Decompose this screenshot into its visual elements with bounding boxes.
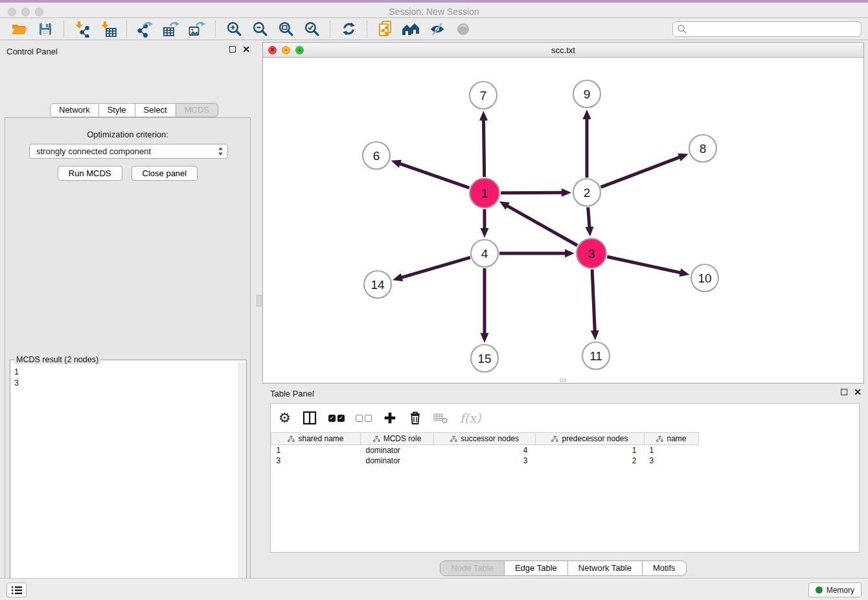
tab-edge-table[interactable]: Edge Table [505,560,568,576]
zoom-selected-icon [304,21,320,37]
graph-edge-2-8[interactable] [601,157,681,187]
graph-edge-1-2[interactable] [501,192,563,193]
column-sort-icon [288,435,295,443]
tab-network[interactable]: Network [50,103,99,117]
edge-arrowhead [391,160,402,168]
mcds-result-text[interactable]: 1 3 [10,364,238,600]
graph-edge-2-3[interactable] [588,207,589,228]
graph-edge-4-14[interactable] [401,257,470,277]
tab-node-table[interactable]: Node Table [440,560,505,576]
select-all-rows-button[interactable]: ✓ ✓ [328,415,345,422]
table-header-row: shared nameMCDS rolesuccessor nodesprede… [271,433,699,445]
column-header-MCDS-role[interactable]: MCDS role [361,433,434,445]
import-table-button[interactable] [95,19,121,39]
column-sort-icon [373,435,380,443]
close-panel-icon[interactable]: ✕ [242,46,250,52]
dropdown-selected-value: strongly connected component [36,146,218,156]
float-table-panel-icon[interactable] [841,389,847,395]
apply-layout-button[interactable] [336,19,361,39]
column-header-successor-nodes[interactable]: successor nodes [434,433,536,445]
delete-column-button[interactable] [408,410,422,426]
add-column-button[interactable] [383,411,397,425]
graph-edge-1-7[interactable] [483,119,484,177]
table-row[interactable]: 1dominator411 [271,445,699,456]
import-network-button[interactable] [69,19,95,39]
table-settings-button[interactable]: ⚙ [279,411,291,424]
toolbar-separator [367,21,367,38]
column-header-shared-name[interactable]: shared name [271,433,361,445]
edge-arrowhead [479,111,488,121]
window-title: Session: New Session [0,6,868,17]
show-panel-list-button[interactable] [6,583,27,597]
memory-button[interactable]: Memory [808,583,862,597]
search-field-container [672,21,862,37]
tab-network-table[interactable]: Network Table [568,560,643,576]
first-neighbors-houses-icon [402,21,421,37]
canvas-resize-handle[interactable] [560,378,566,382]
table-cell: 2 [536,456,645,466]
zoom-out-button[interactable] [247,19,273,39]
graph-edge-3-11[interactable] [592,270,595,332]
column-header-predecessor-nodes[interactable]: predecessor nodes [536,433,645,445]
open-file-button[interactable] [6,19,32,39]
splitter-handle[interactable] [257,295,262,306]
export-table-button[interactable] [158,19,184,39]
list-icon [11,585,23,595]
unchecked-box-icon [356,415,363,422]
plus-icon [383,411,397,425]
graph-edge-3-10[interactable] [607,257,681,273]
export-network-icon [137,21,154,38]
graph-edge-1-6[interactable] [399,163,469,188]
deselect-all-rows-button[interactable] [356,415,372,422]
clone-network-button[interactable] [372,19,398,39]
table-cell: 3 [271,456,361,466]
run-mcds-button[interactable]: Run MCDS [58,166,122,181]
edge-arrowhead [583,110,591,119]
toggle-column-pane-button[interactable] [302,411,317,425]
graph-node-label: 8 [700,142,707,156]
first-neighbors-button[interactable] [398,19,424,39]
zoom-fit-button[interactable] [273,19,299,39]
hide-selected-button[interactable] [424,19,450,39]
checked-box-icon: ✓ [328,415,336,422]
float-panel-icon[interactable] [229,46,236,52]
network-window-titlebar[interactable]: ✕ − ＋ scc.txt [263,43,863,58]
tab-mcds[interactable]: MCDS [176,103,218,117]
dropdown-stepper-icon [218,146,223,156]
search-input[interactable] [687,23,861,36]
network-view-window: ✕ − ＋ scc.txt 7968124314101511 [262,42,864,384]
tab-style[interactable]: Style [99,103,135,117]
graph-node-label: 7 [480,89,487,102]
close-table-panel-icon[interactable]: ✕ [854,389,862,395]
table-cell: 3 [645,456,699,466]
export-image-button[interactable] [184,19,210,39]
graph-node-label: 6 [373,149,380,163]
trash-icon [408,410,422,426]
delete-table-button-disabled[interactable] [433,411,449,425]
graph-edge-3-1[interactable] [507,205,577,246]
close-panel-button[interactable]: Close panel [131,166,198,181]
zoom-in-button[interactable] [221,19,247,39]
table-cell: dominator [361,456,434,466]
hide-eye-icon [429,21,446,37]
function-builder-button-disabled[interactable]: f(x) [460,411,481,425]
export-table-icon [163,21,180,38]
memory-status-icon [816,586,823,594]
show-all-button[interactable] [450,19,476,39]
column-sort-icon [656,435,663,443]
application-window: Session: New Session [0,0,868,600]
tab-motifs[interactable]: Motifs [643,560,687,576]
save-session-button[interactable] [32,19,58,39]
graph-node-label: 4 [481,247,488,260]
network-canvas[interactable]: 7968124314101511 [263,58,863,383]
zoom-selected-button[interactable] [299,19,325,39]
tab-select[interactable]: Select [135,103,176,117]
result-scrollbar[interactable] [238,363,246,600]
edge-arrowhead [393,273,403,281]
table-row[interactable]: 3dominator323 [271,456,699,466]
edge-arrowhead [481,228,489,238]
export-network-button[interactable] [132,19,158,39]
unchecked-box-icon [365,415,372,422]
column-header-name[interactable]: name [645,433,699,445]
optimization-criterion-dropdown[interactable]: strongly connected component [29,144,228,159]
